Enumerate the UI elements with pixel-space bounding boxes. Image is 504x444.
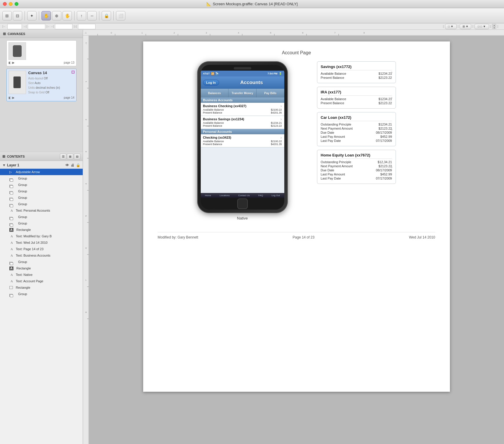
tab-transfer[interactable]: Transfer Money — [228, 89, 257, 97]
list-item-rect-2[interactable]: A Rectangle — [0, 265, 83, 271]
arrow-up-button[interactable]: ↑ — [77, 11, 86, 20]
home-equity-panel-name: Home Equity Loan (xx7672) — [321, 153, 392, 159]
list-item-rect-3[interactable]: Rectangle — [0, 284, 83, 291]
canvas-thumb-footer-13: ◧ ▶ page 13 — [8, 61, 75, 64]
h-input[interactable] — [78, 24, 96, 29]
text-modified-label: Text: Modified by: Gary B — [16, 234, 52, 238]
savings-panel: Savings (xx1772) Available Balance $1234… — [317, 61, 396, 83]
savings-present-row: Present Balance $2123.22 — [321, 76, 392, 79]
stepper[interactable]: ▲ ▼ — [492, 24, 496, 29]
list-item-text-modified[interactable]: A Text: Modified by: Gary B — [0, 233, 83, 239]
list-item-group-9[interactable]: Group — [0, 291, 83, 297]
svg-text:7: 7 — [85, 279, 87, 281]
business-checking-present-row: Present Balance $4201.35 — [203, 111, 282, 114]
arrow-lr-button[interactable]: ↔ — [87, 11, 97, 20]
list-item-group-1[interactable]: Group — [0, 175, 83, 182]
car-due-date-label: Due Date — [321, 131, 334, 134]
text-icon-date: A — [9, 241, 14, 244]
home-last-date-row: Last Pay Date 07/17/2009 — [321, 177, 392, 180]
canvas-thumb-14[interactable]: Canvas 14 Auto-layout Off Size Auto Unit… — [6, 69, 77, 101]
savings-panel-name: Savings (xx1772) — [321, 65, 392, 70]
list-item-text-account[interactable]: A Text: Account Page — [0, 278, 83, 284]
footer-center: Page 14 of 23 — [293, 235, 315, 239]
w-input[interactable] — [55, 24, 72, 29]
list-item-group-8[interactable]: Group — [0, 259, 83, 265]
arrow-icon-13: ▶ — [12, 61, 15, 64]
fill-selector[interactable]: □ □ ▼ — [474, 24, 489, 29]
business-checking-item[interactable]: Business Checking (xx4327) › Available B… — [201, 103, 284, 116]
car-outstanding-value: $1234.21 — [379, 123, 392, 126]
tab-balances[interactable]: Balances — [201, 89, 229, 97]
canvas-thumb-13[interactable]: ◧ ▶ page 13 — [6, 40, 77, 66]
home-last-pay-label: Last Pay Amount — [321, 173, 345, 176]
list-item-text-native[interactable]: A Text: Native — [0, 271, 83, 278]
canvas-thumbnails[interactable]: ◧ ▶ page 13 Canvas 14 — [0, 38, 83, 152]
text-icon-modified: A — [9, 234, 14, 238]
list-item-text-page[interactable]: A Text: Page 14 of 23 — [0, 246, 83, 252]
business-checking-available-value: $2100.22 — [271, 108, 282, 111]
list-item-rect-1[interactable]: A Rectangle — [0, 227, 83, 233]
maximize-button[interactable] — [15, 2, 18, 6]
ruler-sep-4: | — [472, 25, 473, 28]
ruler-sep-left: |← — [2, 25, 6, 28]
view-mode-button[interactable]: ⊟ — [13, 11, 22, 20]
canvas-area[interactable]: -1 0 1 2 3 4 5 6 7 8 — [83, 30, 504, 444]
list-item-text-date[interactable]: A Text: Wed Jul 14 2010 — [0, 239, 83, 246]
list-item-text-personal[interactable]: A Text: Personal Accounts — [0, 207, 83, 214]
x-input[interactable] — [7, 24, 22, 29]
list-item-text-business[interactable]: A Text: Business Accounts — [0, 252, 83, 259]
outline-view-button[interactable]: ⊟ — [74, 154, 80, 159]
home-outstanding-row: Outstanding Principle $12,34.21 — [321, 160, 392, 164]
layer-1-header[interactable]: ▼ Layer 1 👁 🖨 🔒 — [0, 162, 83, 169]
hand-tool-button[interactable]: 🖐 — [63, 11, 72, 20]
list-item-group-7[interactable]: Group — [0, 220, 83, 227]
layer-visibility-icon[interactable]: 👁 — [65, 163, 69, 167]
business-savings-item[interactable]: Business Savings (xx1234) › Available Ba… — [201, 116, 284, 129]
contents-list[interactable]: ▼ Layer 1 👁 🖨 🔒 ▷ Adjustable Arrow — [0, 161, 83, 444]
share-button[interactable]: ⬜ — [116, 11, 125, 20]
list-item-group-3[interactable]: Group — [0, 188, 83, 194]
nav-home[interactable]: Home — [205, 194, 211, 197]
nav-locations[interactable]: Locations — [220, 194, 230, 197]
nav-faq[interactable]: FAQ — [258, 194, 263, 197]
layer-toggle-icon: ▼ — [2, 163, 6, 167]
checking-item[interactable]: Checking (xx3423) › Available Balance $2… — [201, 134, 284, 147]
x-value-input[interactable] — [28, 24, 45, 29]
layer-lock-icon[interactable]: 🔒 — [76, 163, 80, 167]
checking-available-row: Available Balance $2100.22 — [203, 140, 282, 143]
move-tool-button[interactable]: ✋ — [41, 11, 51, 20]
home-button[interactable] — [237, 199, 248, 209]
list-view-button[interactable]: ☰ — [60, 154, 66, 159]
nav-logout[interactable]: Log Out — [271, 194, 280, 197]
tab-paybills[interactable]: Pay Bills — [257, 89, 284, 97]
grid-view-button[interactable]: ⊞ — [67, 154, 73, 159]
nav-bar: Log In Accounts — [201, 76, 284, 89]
ira-panel: IRA (xx177) Available Balance $1234.21 P… — [317, 87, 396, 109]
svg-text:3: 3 — [85, 151, 87, 152]
back-button[interactable]: Log In — [203, 80, 219, 86]
nav-contact[interactable]: Contact Us — [238, 194, 250, 197]
toolbar-sep-1 — [25, 11, 25, 20]
layer-print-icon[interactable]: 🖨 — [71, 163, 74, 167]
list-item-group-5[interactable]: Group — [0, 201, 83, 207]
nav-title: Accounts — [221, 80, 282, 86]
close-button[interactable] — [3, 2, 7, 6]
layer-1-label: Layer 1 — [7, 163, 19, 167]
group-3-label: Group — [18, 189, 27, 193]
phone-and-panels: AT&T 📶 📡 7:54 PM 🔋 Log — [158, 61, 435, 220]
sidebar-toggle-button[interactable]: ⊞ — [2, 11, 12, 20]
business-checking-present-label: Present Balance — [203, 111, 222, 114]
car-loan-panel-name: Car Loan (xx172) — [321, 115, 392, 121]
list-item-group-2[interactable]: Group — [0, 182, 83, 188]
list-item-adjustable-arrow[interactable]: ▷ Adjustable Arrow — [0, 169, 83, 175]
lock-button[interactable]: 🔒 — [102, 11, 111, 20]
shape-selector[interactable]: □ ▼ — [445, 24, 457, 29]
main-layout: ⊞ CANVASES ◧ ▶ page 13 — [0, 30, 504, 444]
list-item-group-4[interactable]: Group — [0, 194, 83, 201]
minimize-button[interactable] — [9, 2, 13, 6]
style-selector[interactable]: ⊞ ▼ — [460, 24, 471, 29]
ira-available-value: $1234.21 — [379, 97, 392, 101]
action-button[interactable]: ✦ — [27, 11, 37, 20]
list-item-group-6[interactable]: Group — [0, 214, 83, 220]
zoom-tool-button[interactable]: ⊕ — [52, 11, 61, 20]
